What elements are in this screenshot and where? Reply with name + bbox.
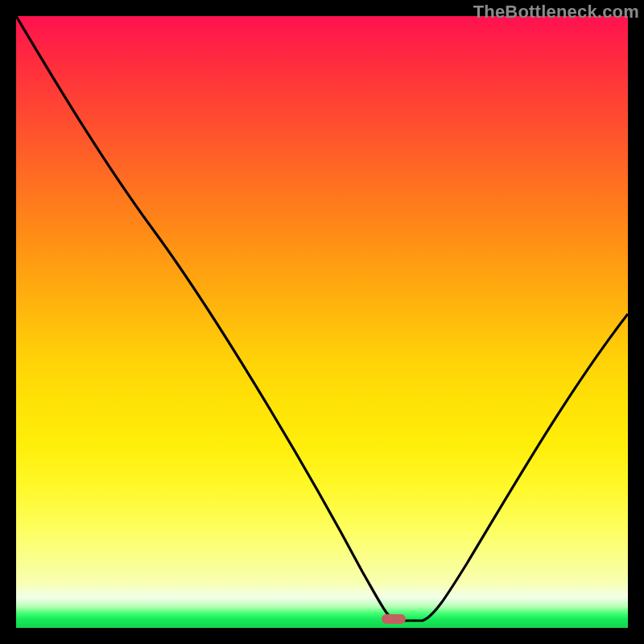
bottleneck-curve [16, 16, 628, 621]
watermark-text: TheBottleneck.com [473, 2, 639, 23]
optimum-marker [382, 614, 406, 624]
chart-container: TheBottleneck.com [0, 0, 644, 644]
curve-layer-svg [16, 16, 628, 628]
